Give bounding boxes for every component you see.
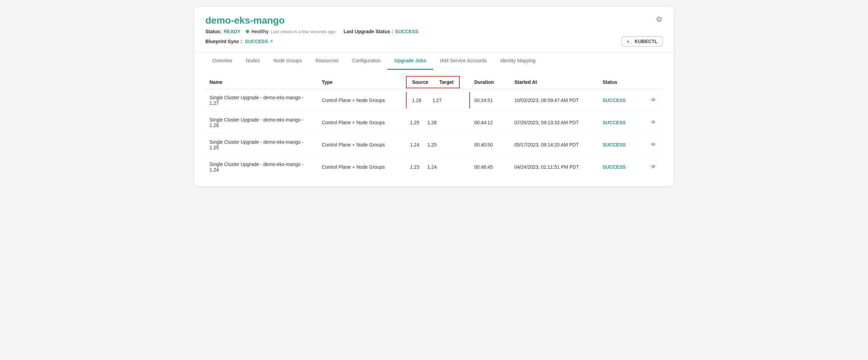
col-header-duration: Duration [470, 75, 510, 89]
job-source-2: 1.25 [410, 120, 419, 125]
col-header-name: Name [205, 75, 318, 89]
status-item: Status: READY [205, 29, 240, 34]
col-header-source-target: Source Target [406, 75, 470, 89]
upgrade-status-label: Last Upgrade Status : [344, 29, 393, 34]
col-header-type: Type [318, 75, 406, 89]
job-duration-1: 00:24:51 [470, 89, 510, 112]
job-duration-3: 00:40:50 [470, 134, 510, 156]
job-started-3: 05/17/2023, 09:14:20 AM PDT [510, 134, 599, 156]
table-container: Name Type Source Target Duration Started… [205, 70, 663, 186]
job-source-target-3: 1.24 1.25 [406, 134, 470, 156]
external-link-icon[interactable]: ↗ [269, 39, 273, 44]
tab-resources[interactable]: Resources [309, 52, 345, 70]
job-source-1: 1.26 [412, 98, 421, 103]
kubectl-label: KUBECTL [635, 39, 658, 44]
view-icon-3[interactable]: 👁 [651, 142, 656, 147]
view-icon-4[interactable]: 👁 [651, 164, 656, 170]
job-source-3: 1.24 [410, 142, 419, 147]
job-name-4: Single Cluster Upgrade - demo-eks-mango … [205, 156, 318, 178]
status-left: Status: READY Healthy Last check-in a fe… [205, 29, 335, 34]
settings-icon[interactable]: ⚙ [656, 15, 663, 24]
job-action-2[interactable]: 👁 [647, 112, 663, 134]
tab-upgrade-jobs[interactable]: Upgrade Jobs [387, 52, 433, 70]
status-value: READY [224, 29, 240, 34]
job-source-4: 1.23 [410, 164, 419, 170]
job-status-4: SUCCESS [598, 156, 647, 178]
job-action-1[interactable]: 👁 [647, 89, 663, 112]
upgrade-status-item: Last Upgrade Status : SUCCESS [344, 29, 418, 34]
job-status-2: SUCCESS [598, 112, 647, 134]
col-header-source: Source [412, 79, 428, 85]
table-row: Single Cluster Upgrade - demo-eks-mango … [205, 89, 663, 112]
health-dot-icon [246, 30, 249, 33]
table-body: Single Cluster Upgrade - demo-eks-mango … [205, 89, 663, 178]
health-item: Healthy Last check-in a few seconds ago [246, 29, 335, 34]
tab-configuration[interactable]: Configuration [345, 52, 387, 70]
job-started-1: 10/03/2023, 06:59:47 AM PDT [510, 89, 599, 112]
job-target-2: 1.26 [427, 120, 437, 125]
cluster-title: demo-eks-mango [205, 15, 285, 26]
upgrade-jobs-table: Name Type Source Target Duration Started… [205, 75, 663, 178]
table-row: Single Cluster Upgrade - demo-eks-mango … [205, 112, 663, 134]
job-target-3: 1.25 [427, 142, 437, 147]
job-name-1: Single Cluster Upgrade - demo-eks-mango … [205, 89, 318, 112]
job-started-2: 07/26/2023, 09:13:33 AM PDT [510, 112, 599, 134]
col-header-started: Started At [510, 75, 599, 89]
job-target-4: 1.24 [427, 164, 437, 170]
job-source-target-4: 1.23 1.24 [406, 156, 470, 178]
table-row: Single Cluster Upgrade - demo-eks-mango … [205, 156, 663, 178]
view-icon-2[interactable]: 👁 [651, 119, 656, 125]
job-source-target-2: 1.25 1.26 [406, 112, 470, 134]
tab-identity-mapping[interactable]: Identity Mapping [494, 52, 542, 70]
table-header: Name Type Source Target Duration Started… [205, 75, 663, 89]
status-label: Status: [205, 29, 221, 34]
upgrade-status-value: SUCCESS [395, 29, 418, 34]
job-action-3[interactable]: 👁 [647, 134, 663, 156]
job-duration-2: 00:44:12 [470, 112, 510, 134]
status-row: Status: READY Healthy Last check-in a fe… [205, 29, 663, 34]
checkin-text: Last check-in a few seconds ago [271, 29, 335, 34]
col-header-target: Target [439, 79, 454, 85]
job-type-4: Control Plane + Node Groups [318, 156, 406, 178]
tab-nodes[interactable]: Nodes [239, 52, 266, 70]
terminal-icon: >_ [627, 39, 632, 44]
job-name-2: Single Cluster Upgrade - demo-eks-mango … [205, 112, 318, 134]
header-row: Name Type Source Target Duration Started… [205, 75, 663, 89]
health-text: Healthy [251, 29, 269, 34]
kubectl-button[interactable]: >_ KUBECTL [622, 36, 663, 47]
header-section: demo-eks-mango ⚙ [205, 15, 663, 26]
job-type-2: Control Plane + Node Groups [318, 112, 406, 134]
col-header-action [647, 75, 663, 89]
job-status-3: SUCCESS [598, 134, 647, 156]
tab-iam-service-accounts[interactable]: IAM Service Accounts [433, 52, 494, 70]
main-card: demo-eks-mango ⚙ Status: READY Healthy L… [194, 7, 674, 186]
blueprint-label: Blueprint Sync : [205, 39, 242, 44]
tab-node-groups[interactable]: Node Groups [267, 52, 309, 70]
blueprint-row: Blueprint Sync : SUCCESS ↗ >_ KUBECTL [205, 36, 663, 47]
job-type-3: Control Plane + Node Groups [318, 134, 406, 156]
job-target-1: 1.27 [432, 98, 442, 103]
col-header-status: Status [598, 75, 647, 89]
job-action-4[interactable]: 👁 [647, 156, 663, 178]
job-duration-4: 00:46:45 [470, 156, 510, 178]
view-icon-1[interactable]: 👁 [651, 97, 656, 103]
table-row: Single Cluster Upgrade - demo-eks-mango … [205, 134, 663, 156]
job-source-target-1: 1.26 1.27 [406, 89, 470, 112]
tab-overview[interactable]: Overview [205, 52, 239, 70]
blueprint-left: Blueprint Sync : SUCCESS ↗ [205, 39, 273, 44]
job-type-1: Control Plane + Node Groups [318, 89, 406, 112]
job-name-3: Single Cluster Upgrade - demo-eks-mango … [205, 134, 318, 156]
blueprint-value: SUCCESS ↗ [245, 39, 273, 44]
tabs-nav: Overview Nodes Node Groups Resources Con… [205, 52, 663, 70]
job-status-1: SUCCESS [598, 89, 647, 112]
job-started-4: 04/24/2023, 01:11:51 PM PDT [510, 156, 599, 178]
